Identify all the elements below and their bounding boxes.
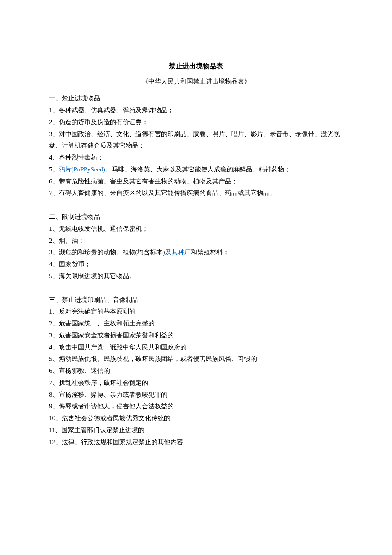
section3-header: 三、禁止进境印刷品、音像制品 [49, 294, 343, 306]
item3-rest: 和繁殖材料； [191, 249, 229, 256]
section3-item-11: 11、国家主管部门认定禁止进境的 [49, 424, 343, 436]
section1-item-1: 1、各种武器、仿真武器、弹药及爆炸物品； [49, 105, 343, 116]
section1-header: 一、禁止进境物品 [49, 93, 343, 105]
seed-link[interactable]: 及其种厂 [165, 249, 191, 256]
section1-item-6: 6、带有危险性病菌、害虫及其它有害生物的动物、植物及其产品； [49, 176, 343, 188]
section2-header: 二、限制进境物品 [49, 211, 343, 223]
section3-item-10: 10、危害社会公德或者民族优秀文化传统的 [49, 413, 343, 424]
item5-rest: 、吗啡、海洛英、大麻以及其它能使人成瘾的麻醉品、精神药物； [105, 166, 291, 173]
section3-item-9: 9、侮辱或者诽谤他人，侵害他人合法权益的 [49, 401, 343, 413]
document-title: 禁止进出境物品表 [49, 60, 343, 73]
section2-item-5: 5、海关限制进境的其它物品。 [49, 270, 343, 282]
section2-item-4: 4、国家货币； [49, 259, 343, 270]
section3-item-8: 8、宣扬淫秽、赌博、暴力或者教唆犯罪的 [49, 389, 343, 401]
section1-item-2: 2、伪造的货币及伪造的有价证券； [49, 116, 343, 128]
section3-item-4: 4、攻击中国共产党，诋毁中华人民共和国政府的 [49, 342, 343, 354]
section1-item-3: 3、对中国政治、经济、文化、道德有害的印刷品、胶卷、照片、唱片、影片、录音带、录… [49, 128, 343, 152]
item3-pre: 3、濒危的和珍贵的动物、植物(均含标本) [49, 249, 165, 256]
section1-item-7: 7、有碍人畜健康的、来自疫区的以及其它能传播疾病的食品、药品或其它物品。 [49, 187, 343, 199]
section3-item-1: 1、反对宪法确定的基本原则的 [49, 306, 343, 318]
section3-item-6: 6、宣扬邪教、迷信的 [49, 365, 343, 377]
section2-item-1: 1、无线电收发信机、通信保密机； [49, 223, 343, 235]
section2-item-2: 2、烟、酒； [49, 235, 343, 247]
document-subtitle: 《中华人民共和国禁止进出境物品表》 [49, 76, 343, 88]
section1-item-4: 4、各种烈性毒药； [49, 152, 343, 164]
section3-item-12: 12、法律、行政法规和国家规定禁止的其他内容 [49, 436, 343, 448]
section2-item-3: 3、濒危的和珍贵的动物、植物(均含标本)及其种厂和繁殖材料； [49, 247, 343, 259]
section3-item-2: 2、危害国家统一、主权和领土完整的 [49, 318, 343, 330]
section3-item-5: 5、煽动民族仇恨、民族歧视，破坏民族团结，或者侵害民族风俗、习惯的 [49, 353, 343, 365]
section3-item-7: 7、扰乱社会秩序，破坏社会稳定的 [49, 377, 343, 389]
section3-item-3: 3、危害国家安全或者损害国家荣誉和利益的 [49, 330, 343, 342]
poppy-seed-link[interactable]: 鸦片(PoPPySeed) [59, 166, 105, 173]
item5-num: 5、 [49, 166, 59, 173]
section1-item-5: 5、鸦片(PoPPySeed)、吗啡、海洛英、大麻以及其它能使人成瘾的麻醉品、精… [49, 164, 343, 176]
